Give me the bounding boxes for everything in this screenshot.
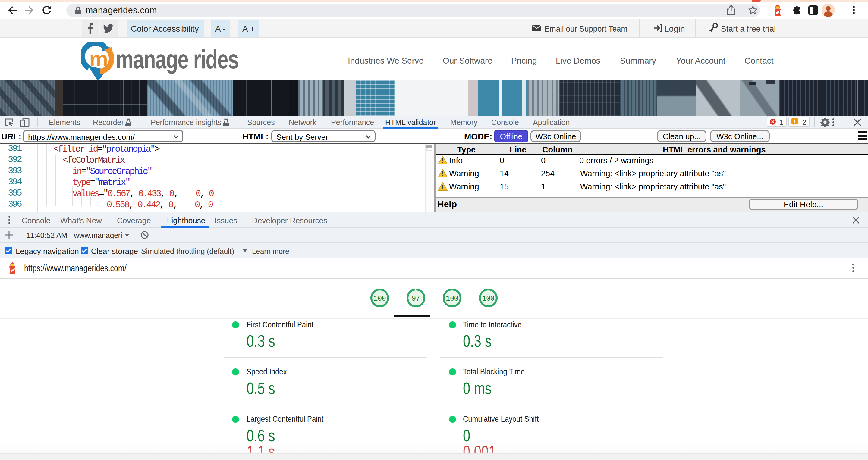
svg-text:100: 100 <box>446 294 458 303</box>
svg-text:100: 100 <box>373 294 386 303</box>
svg-text:97: 97 <box>412 294 420 303</box>
svg-text:m: m <box>89 47 108 70</box>
svg-text:100: 100 <box>482 294 494 303</box>
